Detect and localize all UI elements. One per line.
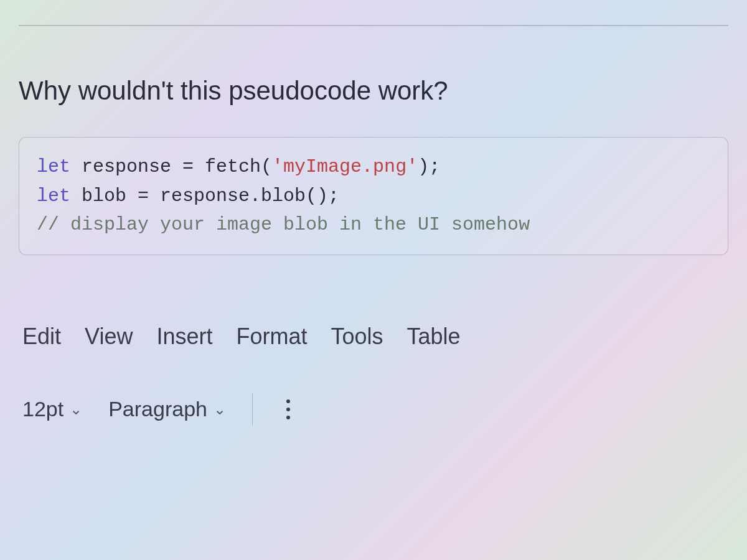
editor-menubar: Edit View Insert Format Tools Table: [19, 324, 728, 350]
menu-table[interactable]: Table: [407, 324, 461, 350]
chevron-down-icon: ⌄: [70, 401, 82, 418]
code-token: ();: [306, 185, 339, 207]
chevron-down-icon: ⌄: [214, 401, 226, 418]
menu-insert[interactable]: Insert: [156, 324, 212, 350]
code-line-2: // display your image blob in the UI som…: [37, 210, 710, 240]
menu-tools[interactable]: Tools: [331, 324, 383, 350]
code-token: blob = response.: [70, 185, 261, 207]
code-line-1: let blob = response.blob();: [37, 182, 710, 211]
toolbar-divider: [252, 393, 253, 426]
code-block: let response = fetch('myImage.png'); let…: [19, 137, 728, 255]
code-token: let: [37, 185, 70, 207]
editor-toolbar: 12pt ⌄ Paragraph ⌄: [19, 393, 728, 426]
code-line-0: let response = fetch('myImage.png');: [37, 152, 710, 182]
question-title: Why wouldn't this pseudocode work?: [19, 76, 728, 106]
code-token: fetch: [205, 156, 261, 177]
menu-edit[interactable]: Edit: [22, 324, 61, 350]
code-token: // display your image blob in the UI som…: [37, 214, 530, 235]
code-token: let: [37, 156, 70, 177]
font-size-dropdown[interactable]: 12pt ⌄: [22, 397, 82, 421]
paragraph-style-dropdown[interactable]: Paragraph ⌄: [108, 397, 226, 421]
more-options-button[interactable]: [279, 397, 298, 422]
menu-view[interactable]: View: [85, 324, 133, 350]
menu-format[interactable]: Format: [236, 324, 307, 350]
dots-icon: [286, 416, 290, 419]
code-token: );: [418, 156, 440, 177]
code-token: blob: [261, 185, 306, 207]
code-token: response =: [70, 156, 205, 177]
font-size-value: 12pt: [22, 397, 63, 421]
top-divider: [19, 25, 728, 26]
code-token: (: [261, 156, 272, 177]
code-token: 'myImage.png': [272, 156, 418, 177]
dots-icon: [286, 408, 290, 411]
dots-icon: [286, 399, 290, 403]
paragraph-style-value: Paragraph: [108, 397, 207, 421]
